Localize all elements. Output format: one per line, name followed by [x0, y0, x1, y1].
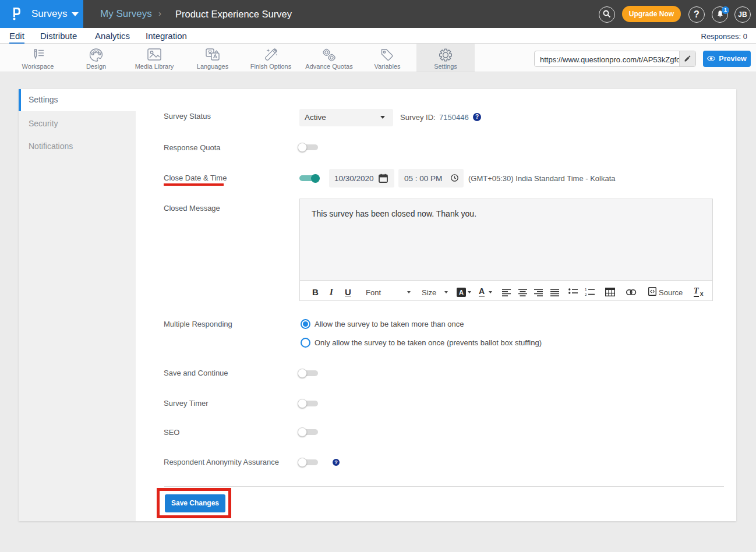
- svg-text:1: 1: [585, 288, 587, 291]
- svg-text:2: 2: [585, 293, 587, 296]
